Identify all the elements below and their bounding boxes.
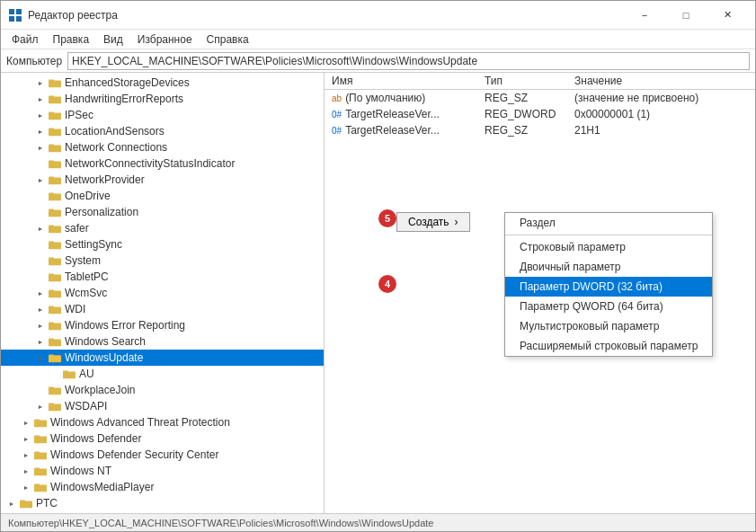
tree-expander[interactable] [33, 221, 48, 235]
tree-expander[interactable] [33, 92, 48, 106]
svg-rect-53 [34, 468, 47, 475]
tree-item-au[interactable]: AU [1, 366, 324, 382]
tree-item-windowserrorreporting[interactable]: Windows Error Reporting [1, 317, 324, 333]
tree-item-personalization[interactable]: Personalization [1, 204, 324, 220]
tree-expander[interactable] [19, 464, 33, 478]
tree-item-ipsec[interactable]: IPSec [1, 107, 324, 123]
registry-tree[interactable]: EnhancedStorageDevices HandwritingErrorR… [1, 73, 325, 513]
window-title: Редактор реестра [28, 9, 624, 22]
registry-row[interactable]: 0#TargetReleaseVer...REG_SZ21H1 [325, 122, 755, 138]
tree-item-enhancedstoragedevices[interactable]: EnhancedStorageDevices [1, 75, 324, 91]
tree-expander[interactable] [33, 75, 48, 90]
svg-rect-12 [49, 145, 61, 152]
tree-expander[interactable] [19, 415, 33, 430]
menu-view[interactable]: Вид [96, 31, 130, 48]
tree-expander[interactable] [33, 124, 48, 138]
submenu-item-1[interactable]: Двоичный параметр [505, 257, 712, 277]
close-button[interactable]: ✕ [707, 1, 748, 30]
menu-favorites[interactable]: Избранное [130, 31, 200, 48]
svg-rect-34 [49, 323, 61, 330]
submenu-item-0[interactable]: Строковый параметр [505, 237, 712, 257]
tree-expander[interactable] [19, 480, 33, 494]
svg-rect-11 [49, 129, 54, 130]
tree-label: SettingSync [65, 238, 122, 251]
tree-item-system[interactable]: System [1, 253, 324, 269]
submenu-item-3[interactable]: Параметр QWORD (64 бита) [505, 297, 712, 316]
tree-item-wsdapi[interactable]: WSDAPI [1, 398, 324, 414]
folder-icon [33, 415, 48, 430]
tree-expander[interactable] [33, 399, 48, 413]
svg-rect-18 [49, 193, 61, 200]
tree-item-locationandsensors[interactable]: LocationAndSensors [1, 123, 324, 139]
tree-item-windowsdefendersecuritycenter[interactable]: Windows Defender Security Center [1, 447, 324, 463]
tree-item-workplacejoin[interactable]: WorkplaceJoin [1, 382, 324, 398]
tree-item-networkconnectivitystatusindicator[interactable]: NetworkConnectivityStatusIndicator [1, 155, 324, 172]
tree-expander[interactable] [33, 173, 48, 187]
svg-rect-2 [9, 16, 14, 22]
registry-table: Имя Тип Значение ab(По умолчанию)REG_SZ(… [325, 73, 755, 138]
menu-help[interactable]: Справка [200, 31, 256, 48]
minimize-button[interactable]: − [624, 1, 665, 30]
address-input[interactable] [67, 52, 750, 70]
registry-row[interactable]: 0#TargetReleaseVer...REG_DWORD0x00000001… [325, 106, 755, 122]
badge-5: 5 [378, 209, 396, 227]
tree-item-windowsdefender[interactable]: Windows Defender [1, 430, 324, 447]
submenu-item-5[interactable]: Расширяемый строковый параметр [505, 336, 712, 356]
tree-item-windowsnt[interactable]: Windows NT [1, 463, 324, 479]
svg-rect-46 [49, 403, 54, 405]
tree-item-networkconnections[interactable]: Network Connections [1, 139, 324, 155]
svg-rect-14 [49, 161, 61, 168]
folder-icon [48, 75, 62, 90]
tree-item-wdi[interactable]: WDI [1, 301, 324, 317]
tree-item-windowsadvancedthreatprotection[interactable]: Windows Advanced Threat Protection [1, 414, 324, 430]
menu-edit[interactable]: Правка [46, 31, 97, 48]
svg-rect-8 [49, 112, 61, 120]
tree-item-handwritingerrorreports[interactable]: HandwritingErrorReports [1, 91, 324, 107]
folder-icon [48, 399, 62, 413]
tree-expander[interactable] [19, 448, 33, 462]
submenu-item-2[interactable]: Параметр DWORD (32 бита) [505, 277, 712, 297]
tree-label: IPSec [65, 109, 93, 121]
tree-expander[interactable] [33, 108, 48, 122]
registry-row[interactable]: ab(По умолчанию)REG_SZ(значение не присв… [325, 90, 755, 107]
submenu-item-4[interactable]: Мультистроковый параметр [505, 316, 712, 336]
svg-rect-9 [49, 112, 54, 114]
tree-item-windowsupdate[interactable]: WindowsUpdate [1, 350, 324, 366]
tree-label: EnhancedStorageDevices [65, 76, 190, 89]
tree-expander[interactable] [19, 431, 33, 446]
submenu-separator-1 [505, 235, 712, 235]
reg-type: REG_SZ [477, 90, 567, 107]
address-bar: Компьютер [1, 49, 755, 73]
folder-icon [33, 431, 48, 446]
tree-item-networkprovider[interactable]: NetworkProvider [1, 172, 324, 188]
submenu-header-item[interactable]: Раздел [505, 213, 712, 233]
tree-expander[interactable] [33, 302, 48, 316]
svg-rect-47 [34, 420, 47, 427]
maximize-button[interactable]: □ [665, 1, 707, 30]
tree-item-windowsmediaplayer[interactable]: WindowsMediaPlayer [1, 479, 324, 495]
tree-item-onedrive[interactable]: OneDrive [1, 188, 324, 204]
tree-expander[interactable] [33, 334, 48, 349]
tree-expander[interactable] [33, 318, 48, 332]
svg-rect-32 [49, 306, 61, 314]
menu-file[interactable]: Файл [4, 31, 46, 48]
tree-item-wcmsvc[interactable]: WcmSvc [1, 285, 324, 301]
svg-rect-36 [49, 339, 61, 346]
tree-item-windowssearch[interactable]: Windows Search [1, 333, 324, 350]
tree-expander[interactable] [33, 286, 48, 300]
create-button[interactable]: Создать › [396, 212, 470, 232]
reg-name: 0#TargetReleaseVer... [325, 122, 477, 138]
reg-type: REG_DWORD [477, 106, 567, 122]
col-type: Тип [477, 73, 567, 90]
folder-icon [48, 286, 62, 300]
tree-item-ptc[interactable]: PTC [1, 495, 324, 511]
tree-label: Windows NT [50, 465, 111, 477]
tree-expander[interactable] [33, 140, 48, 155]
tree-item-settingsync[interactable]: SettingSync [1, 236, 324, 253]
tree-expander[interactable] [33, 350, 48, 365]
tree-label: NetworkConnectivityStatusIndicator [65, 157, 235, 170]
tree-expander[interactable] [4, 496, 19, 510]
folder-icon [48, 92, 62, 106]
tree-item-safer[interactable]: safer [1, 220, 324, 236]
tree-item-tabletpc[interactable]: TabletPC [1, 269, 324, 285]
